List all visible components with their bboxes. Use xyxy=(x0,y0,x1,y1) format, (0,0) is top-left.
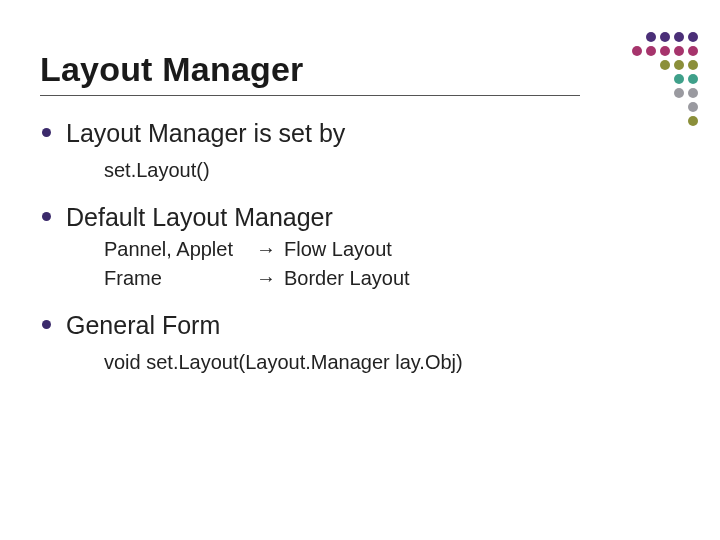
arrow-icon: → xyxy=(256,236,276,263)
arrow-icon: → xyxy=(256,265,276,292)
bullet-text: General Form xyxy=(66,310,680,341)
mapping-row: Pannel, Applet → Flow Layout xyxy=(104,236,680,263)
sub-text: set.Layout() xyxy=(104,157,680,184)
mapping-right: Flow Layout xyxy=(284,236,392,263)
mapping-left: Pannel, Applet xyxy=(104,236,254,263)
mapping-left: Frame xyxy=(104,265,254,292)
mapping-right: Border Layout xyxy=(284,265,410,292)
bullet-text: Default Layout Manager xyxy=(66,202,680,233)
sub-text: void set.Layout(Layout.Manager lay.Obj) xyxy=(104,349,680,376)
bullet-list: Layout Manager is set by set.Layout() De… xyxy=(40,118,680,376)
mapping-row: Frame → Border Layout xyxy=(104,265,680,292)
list-item: Layout Manager is set by set.Layout() xyxy=(40,118,680,184)
title-rule xyxy=(40,95,580,96)
bullet-text: Layout Manager is set by xyxy=(66,118,680,149)
list-item: Default Layout Manager Pannel, Applet → … xyxy=(40,202,680,291)
list-item: General Form void set.Layout(Layout.Mana… xyxy=(40,310,680,376)
